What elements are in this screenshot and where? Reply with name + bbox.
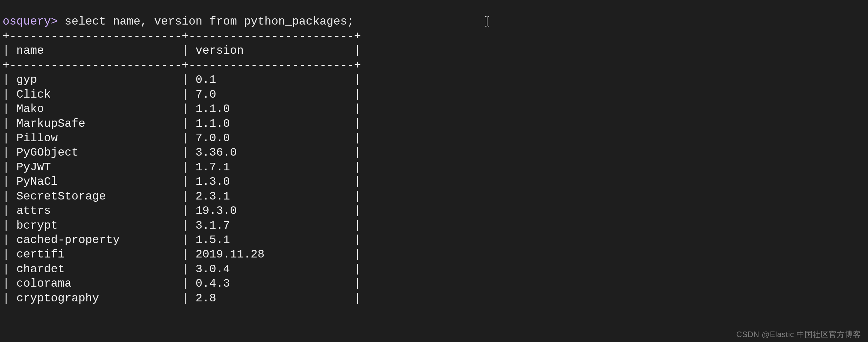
shell-prompt: osquery> (3, 15, 58, 28)
table-border-top: +-------------------------+-------------… (3, 30, 361, 43)
table-header-row: | name | version | (3, 44, 361, 57)
table-body: | gyp | 0.1 | | Click | 7.0 | | Mako | 1… (3, 73, 361, 305)
terminal-output[interactable]: osquery> select name, version from pytho… (0, 0, 868, 306)
sql-query: select name, version from python_package… (65, 15, 354, 28)
table-border-middle: +-------------------------+-------------… (3, 59, 361, 72)
watermark-text: CSDN @Elastic 中国社区官方博客 (737, 330, 861, 339)
